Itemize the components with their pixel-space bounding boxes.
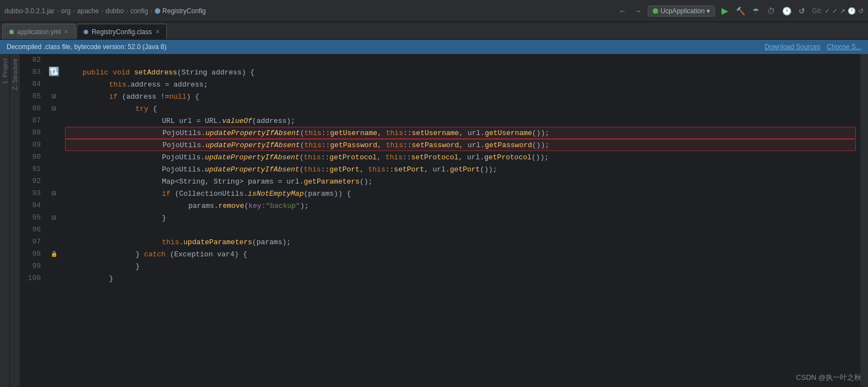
side-panel-structure[interactable]: Z: Structure	[10, 54, 20, 387]
git-clock-icon: 🕐	[848, 7, 856, 15]
back-icon[interactable]: ←	[617, 6, 628, 17]
linenum-83: 83	[20, 66, 47, 78]
getProtocol-url-90: getProtocol	[484, 153, 531, 162]
linenum-87: 87	[20, 115, 47, 127]
method-isNotEmptyMap-93: isNotEmptyMap	[248, 190, 303, 198]
build-icon[interactable]: 🔨	[735, 6, 746, 17]
tab-application-yml[interactable]: application.yml ✕	[2, 24, 75, 39]
paren-91-close: ());	[480, 165, 497, 174]
method-remove-94: remove	[219, 202, 245, 210]
kw-if: if	[109, 93, 118, 101]
sep1: ›	[57, 7, 59, 15]
method-updatePropertyIfAbsent-90: updatePropertyIfAbsent	[205, 153, 300, 162]
method-updatePropertyIfAbsent-91: updatePropertyIfAbsent	[205, 165, 300, 174]
comma-92: ,	[205, 178, 214, 186]
breadcrumb-apache[interactable]: apache	[77, 7, 99, 15]
kw-if-93: if	[162, 190, 171, 198]
code-line-82	[65, 54, 856, 66]
side-panel-project[interactable]: 1: Project	[0, 54, 10, 387]
this-90b: this	[386, 153, 403, 162]
linenum-98: 98	[20, 248, 47, 260]
brace-close-100: }	[109, 275, 113, 283]
git-section: Git: ✓ ✓ ↗ 🕐 ↺	[812, 7, 864, 15]
this-91b: this	[368, 165, 386, 174]
gutter-89	[47, 139, 61, 151]
comma-88b: ,	[459, 129, 468, 137]
colons-89b: ::	[403, 141, 412, 149]
breadcrumb-org[interactable]: org	[61, 7, 70, 15]
comma-90b: ,	[458, 153, 467, 162]
brace-close-95: }	[162, 214, 166, 222]
class-icon	[155, 8, 160, 14]
getPassword-89: getPassword	[330, 141, 377, 149]
main-area: 1: Project Z: Structure 82 83 84 85 86 8…	[0, 54, 868, 387]
gutter-99	[47, 260, 61, 272]
linenum-89: 89	[20, 139, 47, 151]
coverage-icon[interactable]: ☂	[750, 6, 761, 17]
breadcrumb-jar[interactable]: dubbo-3.0.2.1.jar	[4, 7, 55, 15]
choose-sources-link[interactable]: Choose S...	[827, 43, 861, 51]
class-CollectionUtils-93: CollectionUtils.	[179, 190, 248, 198]
map-close-92: > params = url.	[239, 178, 303, 186]
gutter-96	[47, 224, 61, 236]
linenum-96: 96	[20, 224, 47, 236]
kw-void: void	[113, 68, 130, 77]
colons-88a: ::	[322, 129, 330, 137]
profile-icon[interactable]: ⏱	[766, 6, 777, 17]
undo-icon[interactable]: ↺	[796, 6, 807, 17]
git-check1: ✓	[824, 7, 830, 15]
dot-97: .	[179, 238, 183, 246]
this-88a: this	[304, 129, 321, 137]
code-line-99: }	[65, 260, 856, 272]
paren-90-open: (	[300, 153, 304, 162]
getPort-91: getPort	[329, 165, 360, 174]
paren-94-open: (	[244, 202, 248, 210]
paren-94-close: );	[300, 202, 309, 210]
gutter-94	[47, 200, 61, 212]
close-yml-tab[interactable]: ✕	[64, 29, 68, 35]
comma-90a: ,	[377, 153, 386, 162]
linenum-94: 94	[20, 200, 47, 212]
download-sources-link[interactable]: Download Sources	[765, 43, 821, 51]
branch-icon-86: ⊡	[52, 104, 56, 113]
breadcrumb-dubbo[interactable]: dubbo	[105, 7, 123, 15]
gutter-97	[47, 236, 61, 248]
tab-registry-config[interactable]: RegistryConfig.class ✕	[77, 24, 166, 39]
close-registry-tab[interactable]: ✕	[155, 29, 160, 35]
lock-icon-98: 🔒	[51, 251, 57, 257]
gutter-86: ⊡	[47, 103, 61, 115]
app-selector[interactable]: UcpApplication ▾	[648, 6, 715, 17]
colons-89a: ::	[322, 141, 330, 149]
space1	[109, 68, 113, 77]
getUsername-88: getUsername	[330, 129, 377, 137]
linenum-88: 88	[20, 127, 47, 139]
forward-icon[interactable]: →	[632, 6, 643, 17]
run-button[interactable]: ▶	[719, 6, 730, 17]
comma-91b: ,	[424, 165, 433, 174]
comma-91a: ,	[360, 165, 368, 174]
type-Exception: Exception	[174, 250, 213, 259]
project-label: 1: Project	[2, 54, 8, 88]
class-PojoUtils-91: PojoUtils.	[162, 165, 205, 174]
breadcrumb-class[interactable]: RegistryConfig	[162, 7, 206, 15]
key-label-94: key:	[248, 202, 265, 210]
history-icon[interactable]: 🕐	[781, 6, 792, 17]
code-editor[interactable]: 82 83 84 85 86 87 88 89 90 91 92 93 94 9…	[20, 54, 868, 387]
app-name: UcpApplication	[660, 7, 704, 15]
sep3: ›	[101, 7, 103, 15]
right-gutter	[860, 54, 868, 387]
code-line-94: params. remove ( key: "backup" );	[65, 200, 856, 212]
this-97: this	[162, 238, 179, 246]
method-updateParameters-97: updateParameters	[183, 238, 252, 246]
code-line-97: this . updateParameters (params);	[65, 236, 856, 248]
sep2: ›	[73, 7, 75, 15]
code-line-89: PojoUtils. updatePropertyIfAbsent ( this…	[65, 139, 856, 151]
getParameters-92: getParameters	[303, 178, 359, 186]
branch-icon-95: ⊡	[52, 213, 56, 222]
space3	[207, 68, 211, 77]
tabbar: application.yml ✕ RegistryConfig.class ✕	[0, 22, 868, 40]
code-content[interactable]: public void setAddress ( String address)…	[61, 54, 860, 387]
linenum-100: 100	[20, 272, 47, 284]
breadcrumb-config[interactable]: config	[131, 7, 148, 15]
kw-this-84: this	[109, 80, 126, 89]
